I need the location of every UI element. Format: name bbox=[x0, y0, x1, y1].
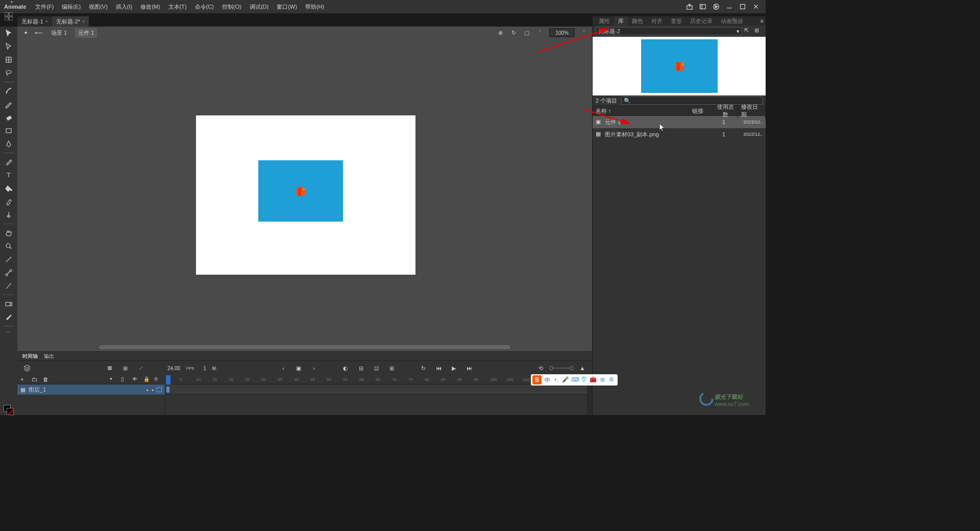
text-tool-icon[interactable] bbox=[3, 170, 14, 181]
lock-icon[interactable]: 🔒 bbox=[143, 376, 151, 383]
ime-settings-icon[interactable]: ⚙ bbox=[608, 376, 615, 383]
tab-preset[interactable]: 动画预设 bbox=[717, 16, 747, 26]
tab-output[interactable]: 输出 bbox=[44, 353, 54, 359]
menu-view[interactable]: 视图(V) bbox=[86, 2, 111, 12]
camera-tool-icon[interactable] bbox=[3, 298, 14, 309]
close-window-icon[interactable] bbox=[750, 1, 762, 12]
zoom-tool-icon[interactable] bbox=[3, 240, 14, 252]
paint-brush-tool-icon[interactable] bbox=[3, 311, 14, 323]
col-link[interactable]: 链接 bbox=[689, 107, 714, 115]
zoom-input[interactable] bbox=[549, 28, 575, 37]
col-name[interactable]: 名称 ↑ bbox=[593, 107, 689, 115]
hand-tool-icon[interactable] bbox=[3, 227, 14, 238]
sogou-logo-icon[interactable]: S bbox=[532, 375, 542, 384]
marker2-icon[interactable]: ⊞ bbox=[387, 364, 396, 373]
loop-toggle-icon[interactable]: ⟲ bbox=[536, 364, 545, 373]
frames-area[interactable]: 5101520253035404550556065707580859095100… bbox=[165, 375, 592, 415]
pen-tool-icon[interactable] bbox=[3, 138, 14, 150]
back-icon[interactable]: ⟵ bbox=[35, 29, 43, 37]
maximize-icon[interactable] bbox=[737, 1, 748, 12]
close-icon[interactable]: × bbox=[9, 0, 14, 5]
tab-history[interactable]: 历史记录 bbox=[686, 16, 717, 26]
onion-skin-icon[interactable]: ◐ bbox=[341, 364, 350, 373]
workspace-icon[interactable] bbox=[0, 10, 17, 22]
menu-command[interactable]: 命令(C) bbox=[192, 2, 217, 12]
prev-icon[interactable]: ‹ bbox=[279, 364, 288, 373]
tab-color[interactable]: 颜色 bbox=[628, 16, 647, 26]
pin-tool-icon[interactable] bbox=[3, 209, 14, 221]
frame-ruler[interactable]: 5101520253035404550556065707580859095100… bbox=[165, 375, 592, 384]
close-tab-icon[interactable]: × bbox=[82, 19, 85, 24]
layer-dot-icon[interactable]: ● bbox=[152, 388, 154, 392]
symbol-instance[interactable] bbox=[258, 160, 343, 222]
library-doc-dropdown[interactable]: 无标题-2 ▾ bbox=[596, 27, 742, 35]
graph-icon[interactable]: ⟋ bbox=[136, 364, 145, 373]
next-icon[interactable]: › bbox=[309, 364, 318, 373]
clip-icon[interactable]: ▢ bbox=[523, 29, 531, 37]
menu-debug[interactable]: 调试(D) bbox=[247, 2, 272, 12]
menu-edit[interactable]: 编辑(E) bbox=[59, 2, 84, 12]
pencil-tool-icon[interactable] bbox=[3, 99, 14, 110]
highlight-icon[interactable]: ● bbox=[110, 376, 117, 383]
tab-properties[interactable]: 属性 bbox=[595, 16, 614, 26]
loop-icon[interactable]: ↻ bbox=[419, 364, 428, 373]
canvas[interactable] bbox=[196, 115, 415, 275]
layers-icon[interactable] bbox=[22, 364, 32, 373]
selection-tool-icon[interactable] bbox=[3, 28, 14, 39]
frame-view-icon[interactable]: ⊞ bbox=[120, 364, 130, 373]
tab-transform[interactable]: 变形 bbox=[667, 16, 686, 26]
center-stage-icon[interactable]: ⊕ bbox=[496, 29, 504, 37]
current-frame[interactable]: 1 bbox=[204, 366, 207, 371]
ime-punct-icon[interactable]: •, bbox=[553, 376, 560, 383]
delete-layer-icon[interactable]: 🗑 bbox=[43, 376, 50, 383]
zoom-timeline-icon[interactable]: ▲ bbox=[578, 364, 587, 373]
breadcrumb-symbol[interactable]: 元件 1 bbox=[75, 28, 97, 38]
ime-voice-icon[interactable]: 🎤 bbox=[562, 376, 569, 383]
insert-frame-icon[interactable]: ▣ bbox=[294, 364, 303, 373]
menu-modify[interactable]: 修改(M) bbox=[137, 2, 163, 12]
visibility-icon[interactable]: 👁 bbox=[132, 376, 139, 383]
menu-control[interactable]: 控制(O) bbox=[219, 2, 244, 12]
marker-icon[interactable]: ⊡ bbox=[372, 364, 381, 373]
outline-icon[interactable]: ▯ bbox=[121, 376, 128, 383]
keyframe-icon[interactable] bbox=[166, 387, 169, 393]
ime-skin-icon[interactable]: 👕 bbox=[580, 376, 587, 383]
fps-value[interactable]: 24.00 bbox=[167, 366, 180, 371]
color-swatch[interactable] bbox=[4, 405, 14, 415]
edit-multi-icon[interactable]: ⊟ bbox=[356, 364, 365, 373]
menu-text[interactable]: 文本(T) bbox=[165, 2, 190, 12]
tab-doc-1[interactable]: 无标题-1× bbox=[17, 16, 52, 27]
tab-doc-2[interactable]: 无标题-2*× bbox=[52, 16, 89, 27]
panel-menu-icon[interactable]: ≡ bbox=[761, 18, 764, 24]
placed-bitmap[interactable] bbox=[294, 185, 307, 198]
ime-keyboard-icon[interactable]: ⌨ bbox=[571, 376, 578, 383]
layer-row[interactable]: ▦ 图层_1 ● ● bbox=[17, 384, 165, 395]
ime-grid-icon[interactable]: ⊞ bbox=[599, 376, 606, 383]
tab-library[interactable]: 库 bbox=[614, 16, 628, 26]
chevron-down-icon[interactable]: ˇ bbox=[536, 29, 544, 37]
add-folder-icon[interactable]: 🗀 bbox=[32, 376, 39, 383]
menu-insert[interactable]: 插入(I) bbox=[113, 2, 135, 12]
menu-window[interactable]: 窗口(W) bbox=[274, 2, 300, 12]
free-transform-tool-icon[interactable] bbox=[3, 54, 14, 65]
line-tool-icon[interactable] bbox=[3, 254, 14, 265]
keyframe-icon[interactable] bbox=[105, 364, 114, 373]
frame-track[interactable] bbox=[165, 384, 592, 395]
col-use[interactable]: 使用次数 bbox=[714, 103, 738, 118]
parent-icon[interactable]: ⎘ bbox=[155, 376, 162, 383]
breadcrumb-scene[interactable]: 场景 1 bbox=[48, 28, 70, 38]
pin-library-icon[interactable]: ⇱ bbox=[744, 27, 752, 35]
new-library-icon[interactable]: ⊞ bbox=[754, 27, 763, 35]
brush-tool-icon[interactable] bbox=[3, 85, 14, 96]
tab-timeline[interactable]: 时间轴 bbox=[22, 353, 38, 359]
layer-name[interactable]: 图层_1 bbox=[29, 386, 46, 394]
first-frame-icon[interactable]: ⏮ bbox=[434, 364, 443, 373]
play-icon[interactable] bbox=[710, 1, 722, 12]
width-tool-icon[interactable] bbox=[3, 280, 14, 292]
minimize-icon[interactable] bbox=[724, 1, 735, 12]
tab-align[interactable]: 对齐 bbox=[647, 16, 667, 26]
rectangle-tool-icon[interactable] bbox=[3, 125, 14, 136]
more-tools-icon[interactable]: ⋯ bbox=[6, 329, 12, 335]
add-layer-icon[interactable]: + bbox=[20, 376, 28, 383]
scrollbar-horizontal[interactable] bbox=[99, 345, 510, 349]
